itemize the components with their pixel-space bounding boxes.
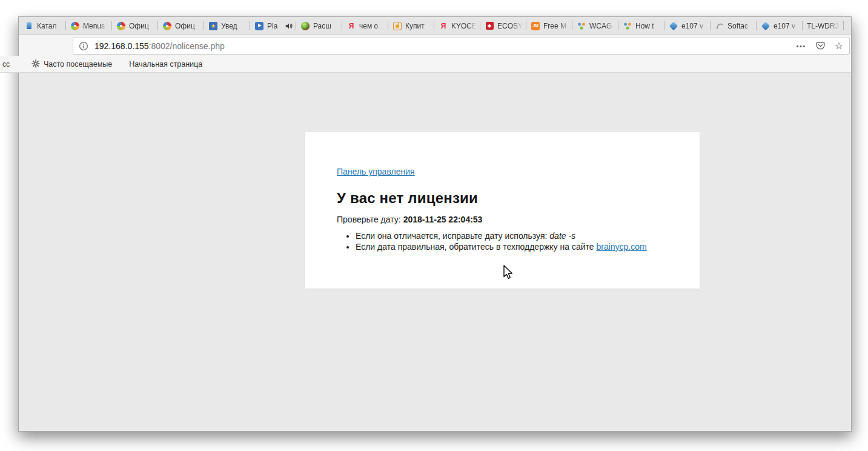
browser-tab[interactable]: WCAG: [572, 17, 618, 35]
check-date-label: Проверьте дату:: [337, 215, 401, 224]
brainycp-link[interactable]: brainycp.com: [596, 242, 646, 252]
pocket-icon[interactable]: [815, 41, 826, 51]
joomla-icon: [162, 21, 172, 31]
urlbar-actions: ••• ☆: [797, 41, 843, 51]
e107-icon: [669, 21, 678, 31]
e107-icon: [761, 21, 770, 31]
softaculous-icon: [715, 21, 724, 31]
browser-tab[interactable]: How t: [618, 17, 664, 35]
color-circles-icon: [623, 21, 632, 31]
browser-tab[interactable]: ☝Купит: [388, 17, 434, 35]
bookmark-label: Часто посещаемые: [44, 60, 112, 68]
joomla-icon: [70, 21, 80, 31]
tab-title: Купит: [405, 22, 431, 30]
gear-icon: [31, 59, 40, 70]
tab-bar: КаталMenusОфицОфиц★УведPlaРасшЯчем о☝Куп…: [19, 17, 851, 35]
tab-title: Расш: [313, 22, 339, 30]
url-bar[interactable]: 192.168.0.155:8002/nolicense.php ••• ☆: [73, 38, 850, 55]
tab-title: ECOSY: [497, 22, 523, 30]
tab-title: Menus: [83, 22, 109, 30]
browser-tab[interactable]: e107 v: [757, 17, 803, 35]
tab-title: Катал: [37, 22, 63, 30]
tab-title: KYOCE: [451, 22, 477, 30]
browser-tab[interactable]: Softac: [711, 17, 757, 35]
green-globe-icon: [300, 21, 310, 31]
browser-tab[interactable]: JMFree M: [526, 17, 572, 35]
site-info-icon[interactable]: [79, 41, 88, 51]
tab-title: How t: [635, 22, 661, 30]
tab-audio-icon[interactable]: [285, 22, 293, 30]
navigation-toolbar: 192.168.0.155:8002/nolicense.php ••• ☆: [19, 35, 851, 56]
ecosys-icon: ◆: [485, 21, 494, 31]
video-player-icon: [254, 21, 264, 31]
tab-title: TL-WDR36: [807, 22, 841, 30]
truncated-bookmark-label[interactable]: сс: [2, 60, 10, 68]
url-host: 192.168.0.155: [94, 41, 149, 51]
joomla-monster-icon: JM: [531, 21, 540, 31]
command-text: date -s: [549, 231, 575, 241]
bookmark-label: Начальная страница: [129, 60, 202, 68]
list-item: Если дата правильная, обратитесь в техпо…: [356, 242, 668, 253]
page-actions-icon[interactable]: •••: [797, 43, 806, 49]
tab-title: Pla: [267, 22, 282, 30]
browser-tab[interactable]: Menus: [66, 17, 112, 35]
browser-tab[interactable]: Расш: [296, 17, 342, 35]
bullet-text: Если она отличается, исправьте дату испо…: [356, 231, 547, 241]
tab-title: e107 v: [681, 22, 707, 30]
joomla-icon: [116, 21, 126, 31]
yandex-icon: Я: [346, 21, 356, 31]
tab-title: чем о: [359, 22, 385, 30]
bookmark-star-icon[interactable]: ☆: [835, 41, 843, 51]
color-circles-icon: [577, 21, 586, 31]
browser-tab[interactable]: Офиц: [158, 17, 204, 35]
tab-title: Офиц: [175, 22, 201, 30]
tab-title: WCAG: [589, 22, 615, 30]
date-value: 2018-11-25 22:04:53: [403, 215, 483, 224]
browser-tab[interactable]: ◆ECOSY: [480, 17, 526, 35]
bookmark-item[interactable]: Начальная страница: [125, 60, 202, 68]
notification-crest-icon: ★: [208, 21, 218, 31]
browser-tab[interactable]: Офиц: [112, 17, 158, 35]
control-panel-link[interactable]: Панель управления: [337, 167, 415, 176]
check-date-line: Проверьте дату: 2018-11-25 22:04:53: [337, 215, 668, 224]
instruction-list: Если она отличается, исправьте дату испо…: [337, 231, 668, 252]
browser-window: КаталMenusОфицОфиц★УведPlaРасшЯчем о☝Куп…: [18, 16, 852, 432]
browser-tab[interactable]: Ячем о: [342, 17, 388, 35]
browser-tab[interactable]: Pla: [250, 17, 296, 35]
yandex-icon: Я: [439, 21, 448, 31]
bookmark-item[interactable]: Часто посещаемые: [31, 59, 112, 70]
tab-title: e107 v: [774, 22, 800, 30]
list-item: Если она отличается, исправьте дату испо…: [356, 231, 668, 242]
buy-hand-icon: ☝: [393, 21, 402, 31]
url-path: :8002/nolicense.php: [149, 41, 225, 51]
browser-tab[interactable]: TL-WDR36: [803, 17, 844, 35]
page-title: У вас нет лицензии: [337, 190, 668, 207]
mouse-cursor: [502, 265, 515, 281]
browser-tab[interactable]: Катал: [20, 17, 66, 35]
tab-title: Softac: [727, 22, 754, 30]
tab-title: Free M: [543, 22, 569, 30]
bullet-text: Если дата правильная, обратитесь в техпо…: [356, 242, 594, 252]
browser-tab[interactable]: e107 v: [664, 17, 711, 35]
catalog-doc-icon: [24, 21, 34, 31]
tab-title: Офиц: [129, 22, 155, 30]
browser-tab[interactable]: ★Увед: [204, 17, 250, 35]
bookmarks-toolbar: сс Часто посещаемыеНачальная страница: [19, 56, 851, 73]
page-content: Панель управления У вас нет лицензии Про…: [19, 73, 851, 431]
tab-title: Увед: [221, 22, 247, 30]
browser-tab[interactable]: ЯKYOCE: [434, 17, 480, 35]
